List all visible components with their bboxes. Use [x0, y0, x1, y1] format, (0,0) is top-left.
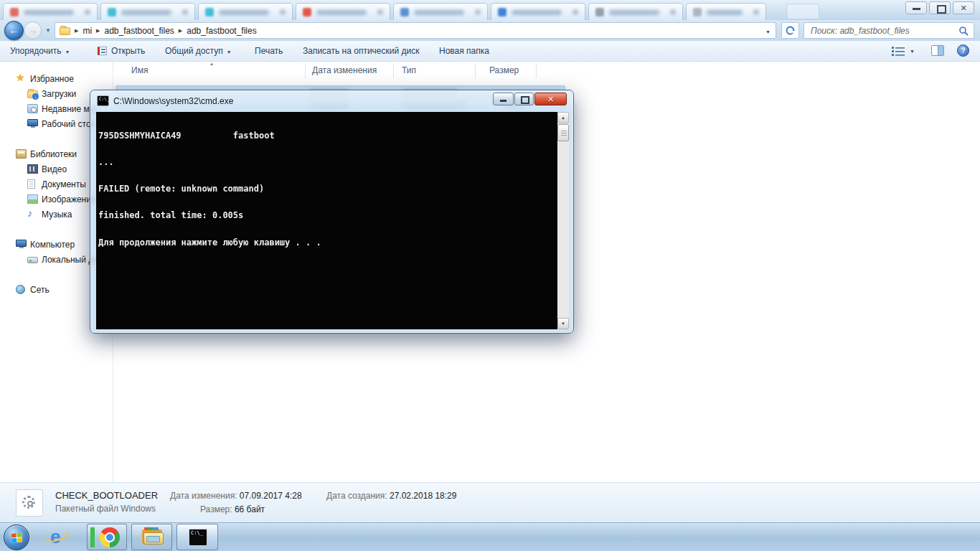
cmd-output: 795DSSHMYHAICA49 fastboot ... FAILED (re…: [98, 113, 321, 265]
breadcrumb-item[interactable]: mi: [83, 26, 92, 36]
column-header-size[interactable]: Размер: [489, 62, 519, 80]
taskbar-button-cmd[interactable]: C:\_: [176, 524, 218, 550]
internet-explorer-icon[interactable]: e: [46, 526, 70, 549]
tab-title-blurred: [414, 10, 464, 15]
column-separator[interactable]: [475, 63, 476, 78]
browser-tab[interactable]: [3, 3, 98, 20]
tab-title-blurred: [121, 10, 171, 15]
column-separator[interactable]: [393, 63, 394, 78]
chrome-icon: [100, 527, 120, 547]
help-button[interactable]: ?: [957, 44, 969, 57]
burn-label: Записать на оптический диск: [303, 46, 420, 56]
tab-favicon-icon: [205, 8, 214, 17]
cmd-icon: C:\_: [189, 529, 207, 546]
sidebar-label: Музыка: [42, 207, 72, 222]
new-folder-button[interactable]: Новая папка: [439, 41, 489, 61]
tab-close-icon[interactable]: [753, 9, 759, 15]
burn-button[interactable]: Записать на оптический диск: [303, 41, 420, 61]
column-header-date[interactable]: Дата изменения: [312, 62, 377, 80]
browser-tab[interactable]: [296, 3, 390, 20]
start-button[interactable]: [4, 524, 29, 550]
tab-close-icon[interactable]: [573, 9, 578, 15]
column-separator[interactable]: [305, 63, 306, 78]
change-view-button[interactable]: [892, 46, 905, 58]
address-bar[interactable]: ▶ mi ▶ adb_fastboot_files ▶ adb_fastboot…: [55, 22, 776, 39]
tab-close-icon[interactable]: [377, 9, 383, 15]
scroll-up-icon[interactable]: ▲: [557, 112, 569, 123]
tab-close-icon[interactable]: [475, 9, 481, 15]
organize-button[interactable]: Упорядочить▼: [10, 41, 70, 61]
tab-favicon-icon: [108, 8, 116, 17]
scrollbar-thumb[interactable]: [557, 124, 569, 141]
tab-close-icon[interactable]: [280, 9, 286, 15]
column-separator[interactable]: [536, 63, 537, 78]
disk-icon: [27, 257, 38, 263]
batch-file-icon: [16, 489, 43, 517]
breadcrumb-separator-icon: ▶: [174, 28, 187, 34]
back-button[interactable]: ←: [4, 21, 24, 40]
browser-tab-strip: ✕: [0, 0, 980, 20]
sidebar-label: Рабочий стол: [42, 117, 95, 131]
share-label: Общий доступ: [165, 46, 223, 56]
size-line: Размер: 66 байт: [200, 504, 265, 514]
cmd-icon: C:\_: [97, 95, 109, 106]
print-button[interactable]: Печать: [255, 41, 283, 61]
folder-icon: [60, 27, 70, 35]
open-button[interactable]: Открыть: [98, 41, 145, 61]
address-dropdown-icon[interactable]: ▼: [765, 29, 771, 34]
tab-favicon-icon: [400, 8, 409, 17]
sidebar-item-favorites[interactable]: ★ Избранное: [0, 72, 112, 86]
scroll-down-icon[interactable]: ▼: [557, 318, 569, 329]
size-label: Размер:: [200, 504, 232, 514]
tab-close-icon[interactable]: [182, 9, 188, 15]
libraries-icon: [16, 149, 27, 159]
browser-tab[interactable]: [588, 3, 683, 20]
close-icon[interactable]: ✕: [534, 93, 567, 105]
preview-pane-button[interactable]: [931, 45, 944, 56]
cmd-line: ...: [98, 158, 321, 166]
sidebar-label: Документы: [42, 177, 86, 192]
minimize-icon[interactable]: [493, 93, 514, 105]
recent-places-icon: [27, 104, 38, 113]
sidebar-label: Изображения: [42, 192, 95, 207]
created-date-line: Дата создания: 27.02.2018 18:29: [326, 491, 456, 501]
browser-tab[interactable]: [491, 3, 585, 20]
restore-icon[interactable]: [929, 1, 951, 14]
details-pane: CHECK_BOOTLOADER Пакетный файл Windows Д…: [0, 482, 980, 522]
modified-label: Дата изменения:: [170, 491, 237, 501]
browser-tab[interactable]: [198, 3, 293, 20]
close-icon[interactable]: ✕: [953, 1, 974, 14]
browser-tab[interactable]: [100, 3, 195, 20]
share-button[interactable]: Общий доступ▼: [165, 41, 232, 61]
column-header-name[interactable]: Имя: [131, 62, 148, 80]
browser-tab[interactable]: [686, 3, 766, 20]
forward-button[interactable]: →: [24, 22, 42, 39]
refresh-button[interactable]: [781, 22, 799, 39]
cmd-scrollbar[interactable]: ▲ ▼: [557, 112, 569, 329]
tab-title-blurred: [24, 10, 74, 15]
tab-close-icon[interactable]: [670, 9, 676, 15]
screen: ✕ ← → ▼ ▶ mi ▶ adb_fastboot_files ▶ adb_…: [0, 0, 980, 551]
taskbar-button-explorer[interactable]: [131, 524, 172, 550]
history-dropdown-icon[interactable]: ▼: [45, 27, 51, 34]
tab-favicon-icon: [498, 8, 507, 17]
breadcrumb-item[interactable]: adb_fastboot_files: [104, 26, 174, 36]
chevron-down-icon: ▼: [227, 50, 232, 55]
taskbar-button-chrome[interactable]: [87, 524, 127, 550]
tab-close-icon[interactable]: [85, 9, 90, 15]
browser-tab[interactable]: [393, 3, 488, 20]
new-folder-label: Новая папка: [439, 46, 489, 56]
new-tab-stub[interactable]: [786, 4, 819, 19]
green-stripe: [90, 527, 95, 547]
desktop-icon: [27, 119, 38, 126]
search-input[interactable]: Поиск: adb_fastboot_files: [804, 22, 974, 39]
column-header-type[interactable]: Тип: [402, 62, 416, 80]
open-file-icon: [98, 47, 107, 55]
views-dropdown-icon[interactable]: ▼: [910, 49, 915, 54]
restore-icon[interactable]: [514, 93, 534, 105]
cmd-titlebar[interactable]: C:\_ C:\Windows\system32\cmd.exe ✕: [90, 90, 573, 112]
minimize-icon[interactable]: [905, 1, 927, 14]
tab-title-blurred: [316, 10, 367, 15]
sidebar-label: Видео: [42, 162, 67, 176]
breadcrumb-item[interactable]: adb_fastboot_files: [187, 26, 256, 36]
